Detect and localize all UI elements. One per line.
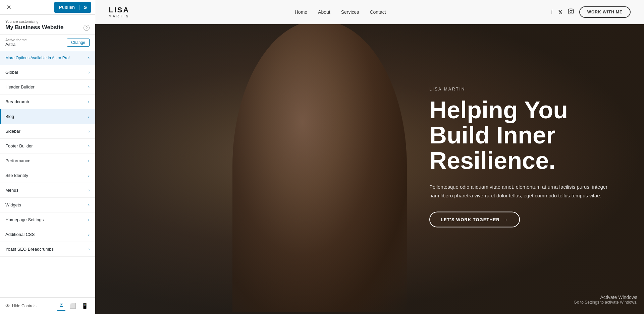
site-preview: LISA MARTIN HomeAboutServicesContact f 𝕏… [95,0,644,314]
site-header: LISA MARTIN HomeAboutServicesContact f 𝕏… [95,0,644,24]
hero-headline: Helping You Build Inner Resilience. [429,97,617,173]
help-icon[interactable]: ? [84,25,90,31]
hero-content: LISA MARTIN Helping You Build Inner Resi… [429,73,617,241]
eye-icon: 👁 [5,303,10,309]
hero-cta-button[interactable]: LET'S WORK TOGETHER → [429,212,520,228]
menu-item-performance[interactable]: Performance› [0,153,95,168]
menu-item-global[interactable]: Global› [0,65,95,80]
menu-item-additional-css[interactable]: Additional CSS› [0,227,95,242]
chevron-icon: › [88,143,90,148]
hero-author: LISA MARTIN [429,86,617,91]
mobile-view-button[interactable]: 📱 [80,301,90,311]
logo-sub: MARTIN [109,14,129,18]
instagram-icon[interactable] [568,8,574,16]
chevron-icon: › [88,84,90,89]
svg-rect-0 [568,9,573,14]
menu-item-sidebar[interactable]: Sidebar› [0,124,95,139]
work-with-me-button[interactable]: WORK WITH ME [579,6,631,18]
menu-list: Global›Header Builder›Breadcrumb›Blog›Si… [0,65,95,297]
chevron-icon: › [88,114,90,119]
chevron-icon: › [88,99,90,104]
nav-link-about[interactable]: About [318,9,330,15]
hero-cta-label: LET'S WORK TOGETHER [441,217,500,222]
chevron-icon: › [88,70,90,75]
site-title: My Business Website [5,24,90,31]
nav-link-home[interactable]: Home [295,9,307,15]
bottom-bar: 👁 Hide Controls 🖥 ⬜ 📱 [0,297,95,314]
device-icons: 🖥 ⬜ 📱 [57,301,90,311]
theme-label: Active theme [5,38,27,42]
chevron-icon: › [88,173,90,178]
chevron-icon: › [88,232,90,237]
menu-item-yoast-seo-breadcrumbs[interactable]: Yoast SEO Breadcrumbs› [0,242,95,257]
close-icon: ✕ [6,4,11,11]
customizing-section: You are customizing My Business Website … [0,15,95,35]
header-right: f 𝕏 WORK WITH ME [551,6,631,18]
customizer-panel: ✕ Publish ⚙ You are customizing My Busin… [0,0,95,314]
svg-point-1 [570,10,572,12]
hero-subtext: Pellentesque odio aliquam vitae amet, el… [429,183,617,200]
hide-controls-button[interactable]: 👁 Hide Controls [5,303,37,309]
twitter-icon[interactable]: 𝕏 [558,9,562,15]
activate-windows-sub: Go to Settings to activate Windows. [574,300,637,305]
theme-section: Active theme Astra Change [0,35,95,51]
customizing-label: You are customizing [5,19,90,23]
menu-item-widgets[interactable]: Widgets› [0,198,95,212]
menu-item-header-builder[interactable]: Header Builder› [0,80,95,95]
tablet-view-button[interactable]: ⬜ [68,301,77,311]
change-theme-button[interactable]: Change [67,39,90,47]
svg-point-2 [572,10,573,10]
menu-item-homepage-settings[interactable]: Homepage Settings› [0,212,95,227]
top-bar: ✕ Publish ⚙ [0,0,95,15]
menu-item-site-identity[interactable]: Site Identity› [0,168,95,183]
hero-cta-arrow: → [504,217,508,222]
chevron-icon: › [88,129,90,134]
desktop-view-button[interactable]: 🖥 [57,301,65,311]
close-button[interactable]: ✕ [4,3,13,12]
site-nav: HomeAboutServicesContact [295,9,386,15]
menu-item-menus[interactable]: Menus› [0,183,95,198]
logo-name: LISA [109,6,129,14]
chevron-icon: › [88,247,90,252]
chevron-icon: › [88,217,90,222]
astra-pro-chevron: › [88,55,90,61]
nav-link-contact[interactable]: Contact [370,9,386,15]
astra-pro-text: More Options Available in Astra Pro! [5,56,70,60]
activate-windows-title: Activate Windows [574,295,637,300]
publish-label: Publish [54,5,79,10]
facebook-icon[interactable]: f [551,9,552,15]
chevron-icon: › [88,202,90,207]
activate-windows: Activate Windows Go to Settings to activ… [574,295,637,305]
nav-link-services[interactable]: Services [341,9,359,15]
hide-controls-label: Hide Controls [12,304,37,308]
gear-icon: ⚙ [79,5,91,10]
menu-item-blog[interactable]: Blog› [0,109,95,124]
chevron-icon: › [88,158,90,163]
menu-item-footer-builder[interactable]: Footer Builder› [0,139,95,153]
site-logo: LISA MARTIN [109,6,129,18]
theme-name: Astra [5,42,27,47]
menu-item-breadcrumb[interactable]: Breadcrumb› [0,95,95,109]
publish-button[interactable]: Publish ⚙ [54,2,91,13]
chevron-icon: › [88,188,90,193]
astra-pro-banner[interactable]: More Options Available in Astra Pro! › [0,51,95,65]
